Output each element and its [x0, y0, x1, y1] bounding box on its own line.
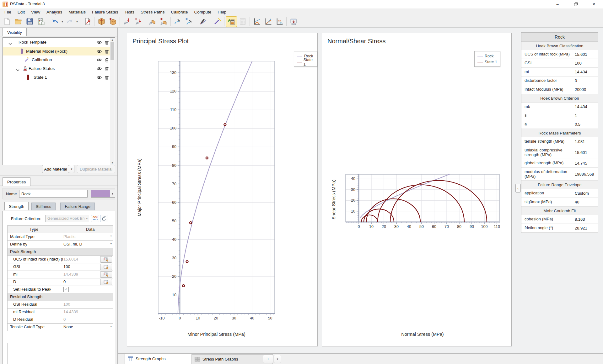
tree-item-calibration[interactable]: Calibration [3, 55, 111, 65]
prop-value[interactable]: None [63, 324, 73, 329]
collapse-panel-button[interactable]: ‹ [515, 184, 521, 193]
menu-edit[interactable]: Edit [14, 9, 28, 15]
delete-trash-icon[interactable] [104, 40, 110, 45]
delete-trash-icon[interactable] [104, 66, 110, 71]
delete-trash-icon[interactable] [104, 75, 110, 80]
save-file-button[interactable] [24, 16, 35, 27]
prop-value[interactable]: 15.6014 [63, 257, 78, 261]
test-button[interactable] [121, 16, 132, 27]
menu-failure-states[interactable]: Failure States [89, 9, 121, 15]
export-window-button[interactable] [288, 16, 299, 27]
material-color-swatch[interactable] [91, 190, 110, 198]
tab-properties[interactable]: Properties [3, 177, 30, 186]
prop-value[interactable]: GSI, mi, D [63, 242, 82, 246]
redo-dropdown[interactable]: ▾ [75, 17, 79, 27]
delete-trash-icon[interactable] [104, 57, 110, 62]
add-stress-path-button[interactable] [183, 16, 195, 27]
undo-dropdown[interactable]: ▾ [61, 17, 64, 27]
tab-visibility[interactable]: Visibility [3, 28, 27, 36]
menu-help[interactable]: Help [214, 9, 229, 15]
chevron-down-icon[interactable] [8, 41, 12, 46]
prop-row-mi[interactable]: mi14.4339 [7, 271, 113, 278]
prop-value[interactable]: 100 [63, 302, 70, 307]
calculator-button[interactable] [237, 16, 248, 27]
tab-failure-range[interactable]: Failure Range [60, 203, 95, 210]
menu-analysis[interactable]: Analysis [43, 9, 65, 15]
chevron-down-icon[interactable] [16, 67, 19, 73]
visibility-eye-icon[interactable] [96, 57, 102, 62]
prop-row-define-by[interactable]: Define byGSI, mi, D▾ [7, 240, 113, 248]
prop-value[interactable]: 0 [63, 279, 66, 284]
add-test-button[interactable] [132, 16, 144, 27]
prop-value[interactable]: 14.4339 [63, 309, 78, 314]
calibrate-fit-button[interactable] [197, 16, 209, 27]
material-button[interactable] [96, 16, 107, 27]
pick-value-button[interactable] [100, 256, 112, 263]
copy-parameters-button[interactable] [100, 215, 108, 222]
add-tab-button[interactable]: + [263, 355, 273, 363]
graph-curve-button[interactable] [262, 16, 274, 27]
pick-value-button[interactable] [100, 271, 112, 278]
gsi-picker-button[interactable]: GSI [91, 215, 99, 222]
restore-button[interactable] [567, 0, 585, 8]
scroll-up-icon[interactable]: ▲ [110, 38, 115, 42]
prop-row-d[interactable]: D0 [7, 278, 113, 286]
edit-properties-button[interactable] [82, 16, 93, 27]
prop-value[interactable]: Plastic [63, 234, 75, 239]
pick-value-button[interactable] [100, 279, 112, 285]
prop-row-material-type[interactable]: Material TypePlastic▾ [7, 233, 113, 241]
prop-row-tensile-cutoff-type[interactable]: Tensile Cutoff TypeNone▾ [7, 323, 113, 331]
tree-item-state-1[interactable]: State 1 [3, 73, 111, 82]
add-calibration-button[interactable] [158, 16, 169, 27]
scrollbar-thumb[interactable] [110, 42, 114, 60]
tree-item-failure-states[interactable]: Failure States [3, 64, 111, 73]
prop-value[interactable]: 14.4339 [63, 272, 78, 277]
calibration-button[interactable] [147, 16, 158, 27]
set-residual-checkbox[interactable]: ✓ [63, 287, 69, 292]
report-button[interactable] [35, 16, 46, 27]
scroll-down-icon[interactable]: ▼ [110, 161, 115, 165]
visibility-eye-icon[interactable] [96, 75, 102, 80]
menu-calibrate[interactable]: Calibrate [168, 9, 191, 15]
prop-row-gsi[interactable]: GSI100 [7, 263, 113, 271]
tab-list-dropdown[interactable]: ▾ [274, 355, 281, 363]
add-material-dropdown[interactable]: ▾ [69, 165, 74, 173]
prop-value[interactable]: 0 [63, 317, 66, 322]
tab-strength-graphs[interactable]: Strength Graphs× [125, 354, 200, 364]
delete-trash-icon[interactable] [104, 49, 110, 54]
prop-value[interactable]: 100 [63, 264, 70, 269]
menu-compute[interactable]: Compute [191, 9, 214, 15]
magic-wand-button[interactable] [212, 16, 223, 27]
graph-stress-button[interactable]: σcσ₃ [274, 16, 285, 27]
redo-button[interactable] [64, 16, 75, 27]
add-material-button[interactable]: Add Material [42, 165, 69, 173]
tree-item-rock-template[interactable]: Rock Template [3, 38, 111, 47]
failure-criterion-select[interactable]: Generalized Hoek Brown ▾ [45, 215, 89, 222]
chevron-down-icon[interactable]: ▾ [110, 235, 112, 238]
add-material-button[interactable] [107, 16, 118, 27]
minimize-button[interactable]: – [548, 0, 567, 8]
color-dropdown[interactable]: ▾ [110, 190, 115, 198]
prop-row-set-residual-to-peak[interactable]: Set Residual to Peak✓ [7, 286, 113, 293]
new-file-button[interactable] [1, 16, 13, 27]
strength-calculator-button[interactable]: A [226, 16, 237, 27]
prop-row-ucs-of-intact-rock-intact-m[interactable]: UCS of intact rock (intact) (M15.6014 [7, 256, 113, 263]
prop-row-gsi-residual[interactable]: GSI Residual100 [7, 301, 113, 309]
visibility-eye-icon[interactable] [96, 40, 102, 45]
graph-mohr-button[interactable] [251, 16, 262, 27]
prop-row-mi-residual[interactable]: mi Residual14.4339 [7, 308, 113, 316]
chevron-down-icon[interactable]: ▾ [110, 242, 112, 245]
tree-item-material-model-rock[interactable]: Material Model (Rock) [3, 47, 111, 56]
menu-view[interactable]: View [28, 9, 43, 15]
undo-button[interactable] [49, 16, 61, 27]
chevron-down-icon[interactable]: ▾ [110, 325, 112, 328]
title-bar[interactable]: RSData - Tutorial 3 – × [0, 0, 603, 9]
menu-tests[interactable]: Tests [121, 9, 137, 15]
tree-scrollbar[interactable]: ▲ ▼ [110, 38, 115, 165]
open-file-button[interactable] [13, 16, 24, 27]
pick-value-button[interactable] [100, 264, 112, 270]
menu-materials[interactable]: Materials [65, 9, 89, 15]
visibility-eye-icon[interactable] [96, 66, 102, 71]
stress-path-button[interactable] [172, 16, 183, 27]
tab-stiffness[interactable]: Stiffness [31, 203, 56, 210]
